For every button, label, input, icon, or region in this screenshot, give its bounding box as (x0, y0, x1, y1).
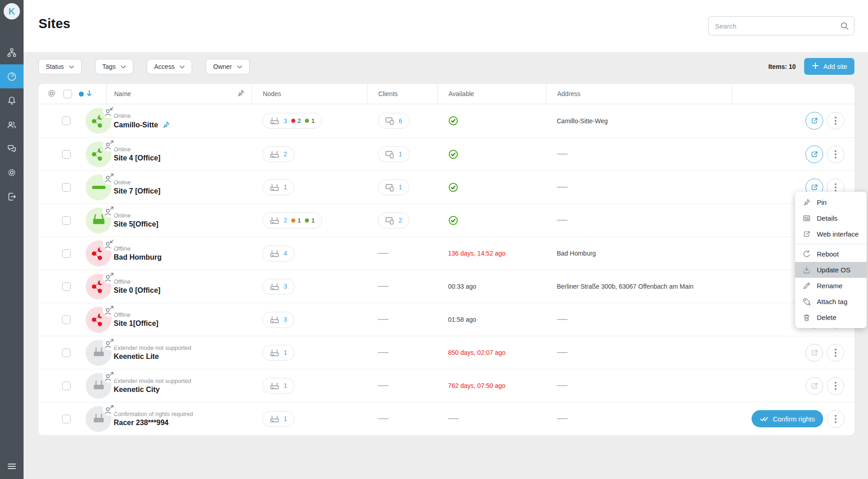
node-status-count: 1 (305, 217, 315, 224)
site-name-link[interactable]: Site 5[Office] (114, 220, 159, 228)
row-menu-kebab-button[interactable] (827, 344, 844, 362)
column-settings-gear-icon[interactable] (47, 88, 57, 100)
count-pill: 1 (378, 179, 410, 195)
menu-item-attach-tag[interactable]: Attach tag (795, 294, 867, 310)
sidebar-nav (0, 40, 24, 208)
top-bar: Sites (24, 0, 868, 52)
sidebar-item-dashboard[interactable] (0, 64, 24, 88)
web-interface-button[interactable] (805, 112, 823, 130)
row-checkbox[interactable] (62, 315, 71, 324)
delete-icon (802, 313, 811, 322)
nodes-cell: 321 (251, 113, 367, 129)
status-sort-control[interactable] (79, 90, 92, 98)
menu-item-rename[interactable]: Rename (795, 278, 867, 294)
count-value: 3 (284, 316, 287, 323)
site-name-link[interactable]: Site 4 [Office] (114, 154, 160, 162)
site-name-link[interactable]: Keenetic City (114, 386, 159, 394)
plus-icon (811, 62, 820, 71)
site-avatar (86, 141, 111, 167)
actions-cell: Confirm rights (732, 410, 854, 428)
row-checkbox[interactable] (62, 116, 71, 125)
items-count: Items: 10 (768, 63, 796, 70)
filter-tags-button[interactable]: Tags (95, 59, 134, 74)
row-checkbox[interactable] (62, 382, 71, 390)
available-cell: 01:58 ago (437, 316, 546, 323)
filter-access-label: Access (154, 63, 174, 70)
available-check-icon (448, 182, 458, 193)
menu-item-label: Delete (817, 314, 836, 321)
row-checkbox[interactable] (62, 415, 71, 423)
web-interface-button-disabled (805, 377, 823, 395)
row-menu-kebab-button[interactable] (827, 377, 844, 395)
menu-item-details[interactable]: Details (795, 210, 867, 226)
row-checkbox[interactable] (62, 150, 71, 159)
sidebar-item-gear[interactable] (0, 160, 24, 184)
clients-cell: 2 (367, 213, 437, 228)
sidebar-item-logout[interactable] (0, 184, 24, 208)
hamburger-menu-icon[interactable] (0, 457, 24, 475)
row-checkbox[interactable] (62, 216, 71, 225)
confirm-rights-button[interactable]: Confirm rights (752, 410, 823, 427)
site-status-text: Online (114, 112, 131, 119)
clients-cell: 6 (367, 113, 437, 129)
filter-owner-button[interactable]: Owner (206, 59, 249, 74)
row-checkbox[interactable] (62, 249, 71, 258)
available-cell: 136 days, 14:52 ago (437, 250, 546, 257)
menu-item-delete[interactable]: Delete (795, 310, 867, 325)
sidebar-item-bell[interactable] (0, 88, 24, 112)
available-cell (437, 149, 546, 160)
row-menu-kebab-button[interactable] (827, 410, 844, 428)
menu-item-update-os[interactable]: Update OS (795, 262, 867, 278)
owner-person-outgoing-icon (103, 403, 116, 416)
empty-value-dash (378, 319, 389, 320)
address-cell (546, 352, 732, 353)
site-name-link[interactable]: Site 0 [Office] (114, 286, 160, 295)
chevron-down-icon (179, 63, 185, 70)
app-logo[interactable]: K (4, 3, 20, 19)
main-content: Status Tags Access Owner Items: 10 Add s… (24, 52, 868, 479)
filter-access-button[interactable]: Access (147, 59, 192, 74)
row-menu-kebab-button[interactable] (827, 112, 844, 130)
site-name-link[interactable]: Camillo-Sitte (114, 121, 158, 129)
sidebar-item-topology[interactable] (0, 40, 24, 64)
site-name-link[interactable]: Site 7 [Office] (114, 187, 160, 195)
site-name-link[interactable]: Racer 238***994 (114, 419, 169, 427)
empty-value-dash (557, 319, 568, 320)
node-status-count: 1 (305, 117, 315, 124)
site-name-link[interactable]: Bad Homburg (114, 253, 162, 261)
site-avatar (86, 108, 111, 134)
available-check-icon (448, 116, 458, 126)
node-status-count: 1 (291, 217, 301, 224)
site-name-link[interactable]: Site 1[Office] (114, 319, 159, 328)
clients-cell (367, 385, 437, 386)
filter-status-button[interactable]: Status (39, 59, 82, 74)
count-value: 2 (399, 217, 402, 224)
address-cell (546, 187, 732, 188)
row-checkbox[interactable] (62, 348, 71, 357)
pin-icon (802, 198, 811, 207)
sidebar-item-users[interactable] (0, 112, 24, 136)
pin-column-icon[interactable] (236, 89, 245, 99)
card-icon (802, 214, 811, 223)
search-input[interactable] (708, 16, 854, 35)
menu-item-reboot[interactable]: Reboot (795, 246, 867, 262)
row-checkbox[interactable] (62, 183, 71, 192)
menu-item-web-interface[interactable]: Web interface (795, 226, 867, 242)
web-interface-button[interactable] (805, 145, 823, 163)
empty-value-dash (557, 154, 568, 155)
address-cell (546, 385, 732, 386)
count-value: 1 (284, 349, 287, 356)
menu-divider (795, 244, 867, 244)
menu-item-pin[interactable]: Pin (795, 194, 867, 210)
row-checkbox[interactable] (62, 282, 71, 291)
nodes-cell: 1 (251, 345, 367, 361)
select-all-checkbox[interactable] (63, 90, 72, 98)
site-name-link[interactable]: Keenetic Lite (114, 353, 159, 361)
add-site-button[interactable]: Add site (804, 58, 854, 75)
actions-cell (732, 112, 854, 130)
sidebar-item-chat[interactable] (0, 136, 24, 160)
row-menu-kebab-button[interactable] (827, 145, 844, 163)
available-cell (437, 215, 546, 226)
owner-person-outgoing-icon (103, 205, 116, 218)
count-pill: 1 (262, 345, 294, 361)
